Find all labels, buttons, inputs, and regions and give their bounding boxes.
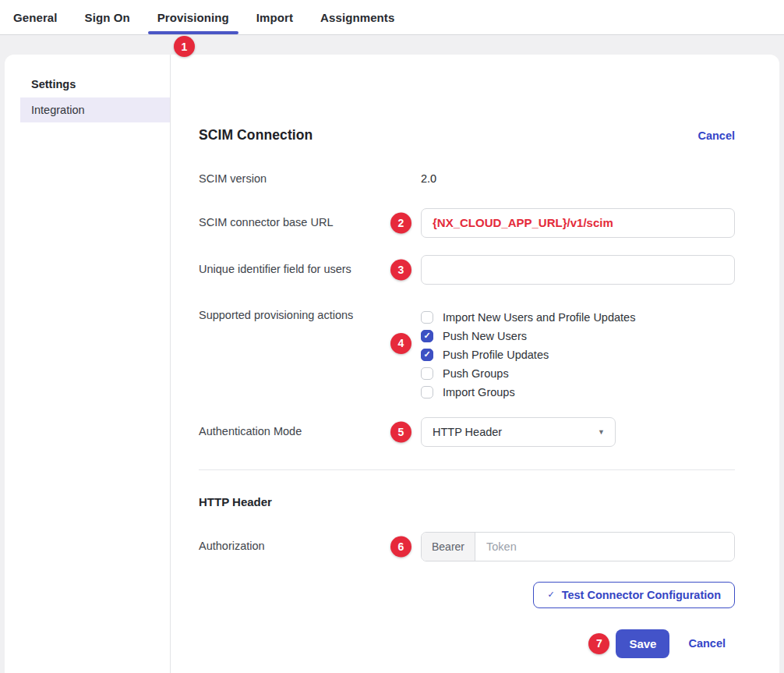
token-input[interactable]: [475, 533, 734, 561]
scim-version-row: SCIM version 2.0: [199, 172, 735, 186]
checkbox-import-new-users[interactable]: [421, 311, 433, 324]
base-url-label: SCIM connector base URL: [199, 215, 421, 230]
provisioning-actions-row: Supported provisioning actions 4 Import …: [199, 306, 735, 402]
settings-sidebar: Settings Integration: [5, 55, 171, 673]
unique-id-row: Unique identifier field for users 3: [199, 255, 735, 285]
step-badge-3: 3: [390, 259, 411, 280]
step-badge-7: 7: [588, 633, 609, 654]
http-header-section-title: HTTP Header: [199, 495, 735, 508]
checkbox-label: Import Groups: [443, 386, 515, 398]
auth-mode-label: Authentication Mode: [199, 424, 421, 439]
checkbox-push-profile-updates[interactable]: [421, 349, 433, 361]
checkbox-row-push-groups[interactable]: Push Groups: [421, 364, 735, 383]
check-icon: ✓: [547, 590, 554, 600]
scim-connection-panel: SCIM Connection Cancel SCIM version 2.0 …: [171, 55, 779, 673]
step-badge-6: 6: [390, 536, 411, 557]
authorization-row: Authorization 6 Bearer: [199, 532, 735, 561]
bearer-prefix: Bearer: [422, 533, 475, 561]
tab-import[interactable]: Import: [247, 0, 302, 34]
provisioning-actions-label: Supported provisioning actions: [199, 306, 421, 323]
panel-header: SCIM Connection Cancel: [199, 127, 735, 143]
auth-mode-row: Authentication Mode 5 HTTP Header ▼: [199, 417, 735, 447]
test-connector-button[interactable]: ✓ Test Connector Configuration: [533, 582, 735, 608]
checkbox-import-groups[interactable]: [421, 386, 433, 398]
unique-id-label: Unique identifier field for users: [199, 262, 421, 277]
checkbox-row-import-new-users[interactable]: Import New Users and Profile Updates: [421, 308, 735, 327]
page: General Sign On Provisioning Import Assi…: [0, 0, 784, 673]
footer-cancel-link[interactable]: Cancel: [688, 637, 726, 650]
page-title: SCIM Connection: [199, 127, 313, 143]
test-connector-row: ✓ Test Connector Configuration: [199, 582, 735, 608]
header-cancel-link[interactable]: Cancel: [697, 129, 735, 142]
checkbox-row-import-groups[interactable]: Import Groups: [421, 383, 735, 402]
chevron-down-icon: ▼: [598, 428, 605, 436]
section-divider: [199, 469, 735, 470]
app-tabbar: General Sign On Provisioning Import Assi…: [0, 0, 784, 35]
checkbox-push-groups[interactable]: [421, 367, 433, 380]
step-badge-2: 2: [390, 212, 411, 233]
step-badge-5: 5: [390, 421, 411, 442]
auth-mode-selected-value: HTTP Header: [433, 426, 502, 438]
checkbox-label: Push Profile Updates: [443, 349, 549, 361]
tab-general[interactable]: General: [4, 0, 67, 34]
scim-version-label: SCIM version: [199, 172, 421, 186]
form-actions-row: 7 Save Cancel: [199, 629, 735, 658]
save-button[interactable]: Save: [616, 629, 669, 658]
tab-assignments[interactable]: Assignments: [311, 0, 404, 34]
sidebar-item-integration[interactable]: Integration: [20, 97, 170, 122]
authorization-input-group: Bearer: [421, 532, 735, 561]
base-url-row: SCIM connector base URL 2: [199, 208, 735, 238]
auth-mode-select[interactable]: HTTP Header ▼: [421, 417, 616, 447]
sidebar-heading: Settings: [31, 78, 170, 90]
tab-sign-on[interactable]: Sign On: [76, 0, 139, 34]
unique-id-input[interactable]: [421, 255, 735, 285]
checkbox-label: Import New Users and Profile Updates: [443, 311, 635, 324]
scim-version-value: 2.0: [421, 172, 436, 185]
base-url-input[interactable]: [421, 208, 735, 238]
step-badge-1: 1: [174, 36, 195, 57]
authorization-label: Authorization: [199, 539, 421, 554]
step-badge-4: 4: [390, 333, 411, 354]
checkbox-row-push-new-users[interactable]: Push New Users: [421, 327, 735, 345]
checkbox-label: Push New Users: [443, 330, 527, 342]
test-connector-label: Test Connector Configuration: [562, 589, 721, 601]
provisioning-actions-list: 4 Import New Users and Profile Updates P…: [421, 306, 735, 402]
checkbox-push-new-users[interactable]: [421, 330, 433, 342]
tab-provisioning[interactable]: Provisioning: [148, 0, 238, 34]
settings-card: Settings Integration SCIM Connection Can…: [5, 55, 779, 673]
checkbox-row-push-profile-updates[interactable]: Push Profile Updates: [421, 345, 735, 364]
checkbox-label: Push Groups: [443, 367, 509, 380]
